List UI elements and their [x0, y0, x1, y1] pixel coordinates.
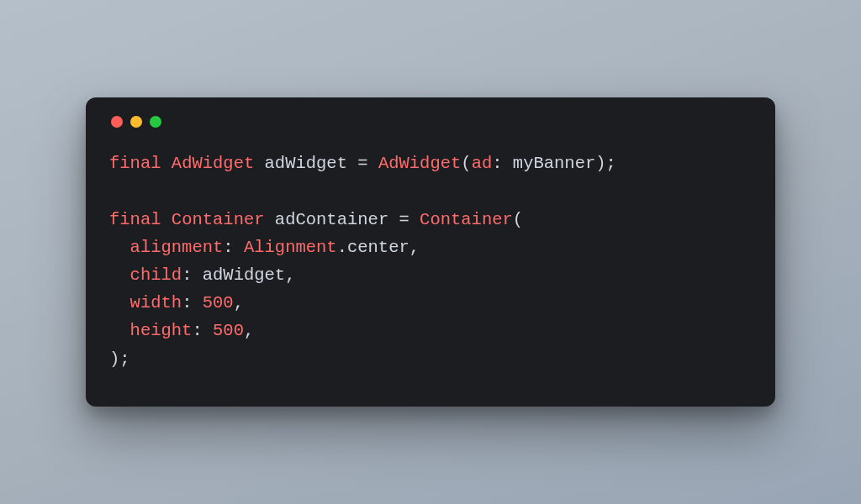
code-token — [254, 154, 264, 173]
code-token — [109, 238, 130, 257]
code-token: ( — [461, 154, 471, 173]
code-token: adWidget — [265, 154, 347, 173]
code-line: alignment: Alignment.center, — [109, 238, 420, 257]
code-token: , — [285, 265, 295, 285]
code-token: , — [409, 238, 420, 257]
code-line: height: 500, — [109, 321, 254, 340]
code-token: ); — [109, 349, 130, 369]
close-icon[interactable] — [111, 116, 123, 128]
code-token: myBanner — [513, 154, 595, 173]
code-token: : — [192, 321, 213, 340]
code-token — [265, 210, 275, 229]
code-line: ); — [109, 349, 130, 369]
code-token: AdWidget — [172, 154, 254, 173]
code-token: adContainer — [275, 210, 388, 229]
code-token — [161, 210, 172, 229]
code-token: Alignment — [244, 238, 337, 257]
code-token: : — [182, 293, 203, 312]
code-token: : — [223, 238, 244, 257]
window-controls — [111, 116, 752, 128]
code-token: ( — [513, 210, 523, 229]
code-token: = — [388, 210, 420, 229]
minimize-icon[interactable] — [130, 116, 142, 128]
code-token — [161, 154, 172, 173]
code-token: 500 — [213, 321, 244, 340]
code-token: 500 — [203, 293, 234, 312]
code-token: AdWidget — [378, 154, 461, 173]
code-token — [109, 265, 130, 285]
code-line: final Container adContainer = Container( — [109, 210, 523, 229]
code-token: child — [130, 265, 182, 285]
zoom-icon[interactable] — [150, 116, 161, 128]
code-block: final AdWidget adWidget = AdWidget(ad: m… — [109, 150, 752, 373]
code-token: . — [337, 238, 347, 257]
code-token: adWidget — [203, 265, 285, 285]
code-line: child: adWidget, — [109, 265, 295, 285]
code-line: final AdWidget adWidget = AdWidget(ad: m… — [109, 154, 616, 173]
code-token: : — [182, 265, 203, 285]
code-token: ); — [595, 154, 616, 173]
code-token: Container — [420, 210, 513, 229]
code-token: alignment — [130, 238, 224, 257]
code-token: center — [347, 238, 409, 257]
code-token: Container — [172, 210, 265, 229]
code-token: height — [130, 321, 193, 340]
code-window: final AdWidget adWidget = AdWidget(ad: m… — [86, 97, 775, 407]
code-token: : — [492, 154, 513, 173]
code-token: width — [130, 293, 182, 312]
code-token — [109, 293, 130, 312]
code-token: , — [234, 293, 244, 312]
code-token: , — [244, 321, 254, 340]
code-token: = — [347, 154, 378, 173]
code-token: ad — [472, 154, 493, 173]
code-token: final — [109, 210, 161, 229]
code-token — [109, 321, 130, 340]
code-line: width: 500, — [109, 293, 244, 312]
code-token: final — [109, 154, 161, 173]
